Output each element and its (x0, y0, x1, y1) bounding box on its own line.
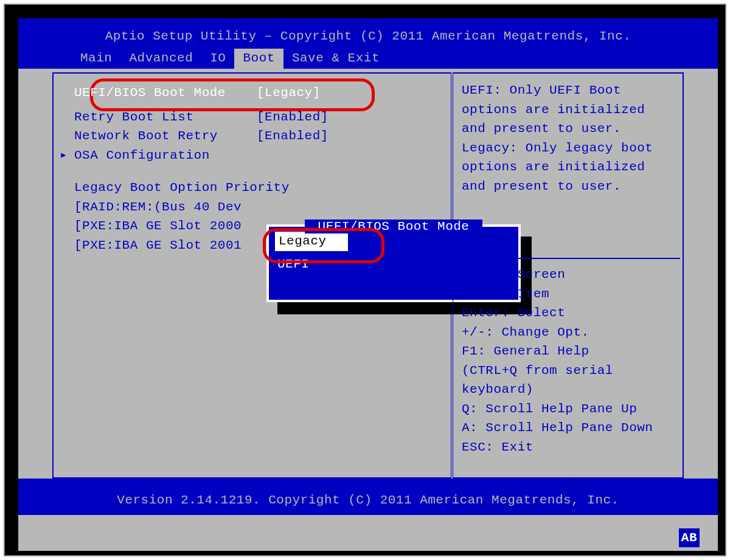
boot-mode-label: UEFI/BIOS Boot Mode (74, 83, 257, 103)
bios-screen: Aptio Setup Utility – Copyright (C) 2011… (18, 18, 718, 551)
keyhelp-enter: Enter: Select (462, 303, 672, 323)
keyhelp-screen: Select Screen (462, 265, 672, 285)
retry-boot-label: Retry Boot List (74, 108, 257, 127)
bios-footer: Version 2.14.1219. Copyright (C) 2011 Am… (18, 479, 718, 515)
submenu-arrow-icon: ▸ (60, 146, 68, 165)
net-boot-label: Network Boot Retry (74, 126, 257, 146)
boot-priority-item[interactable]: [RAID:REM:(Bus 40 Dev (58, 198, 443, 217)
help-pane: UEFI: Only UEFI Boot options are initial… (453, 72, 684, 479)
bios-tabs: Main Advanced IO Boot Save & Exit (18, 49, 718, 69)
setting-network-boot-retry[interactable]: Network Boot Retry [Enabled] (58, 126, 443, 146)
priority-heading: Legacy Boot Option Priority (58, 178, 443, 198)
bios-topbar: Aptio Setup Utility – Copyright (C) 2011… (18, 18, 718, 69)
tab-main[interactable]: Main (72, 49, 120, 69)
setting-boot-mode[interactable]: UEFI/BIOS Boot Mode [Legacy] (58, 83, 443, 103)
keyhelp-change: +/-: Change Opt. (462, 323, 672, 342)
tab-io[interactable]: IO (201, 49, 234, 69)
retry-boot-value: [Enabled] (257, 108, 328, 127)
osa-label: OSA Configuration (74, 146, 257, 165)
tab-advanced[interactable]: Advanced (120, 49, 201, 69)
keyhelp-ctrlq: (CTRL+Q from serial keyboard) (462, 361, 672, 399)
keyhelp-q: Q: Scroll Help Pane Up (462, 399, 672, 419)
screenshot-frame: Aptio Setup Utility – Copyright (C) 2011… (4, 4, 726, 556)
bios-body: UEFI/BIOS Boot Mode [Legacy] Retry Boot … (18, 69, 718, 482)
net-boot-value: [Enabled] (257, 126, 328, 146)
tab-save-exit[interactable]: Save & Exit (283, 49, 388, 69)
boot-mode-value: [Legacy] (257, 83, 321, 103)
keyhelp-f1: F1: General Help (462, 342, 672, 361)
keyhelp-esc: ESC: Exit (462, 438, 672, 457)
bios-title: Aptio Setup Utility – Copyright (C) 2011… (18, 18, 718, 49)
help-separator (456, 258, 680, 259)
keyhelp-a: A: Scroll Help Pane Down (462, 418, 672, 438)
keyhelp-item: Select Item (462, 285, 672, 304)
settings-pane: UEFI/BIOS Boot Mode [Legacy] Retry Boot … (52, 72, 451, 479)
tab-boot[interactable]: Boot (234, 49, 283, 69)
setting-retry-boot[interactable]: Retry Boot List [Enabled] (58, 108, 443, 127)
help-text: UEFI: Only UEFI Boot options are initial… (462, 81, 672, 196)
setting-osa-configuration[interactable]: ▸ OSA Configuration (58, 146, 443, 165)
corner-badge: AB (679, 528, 700, 548)
